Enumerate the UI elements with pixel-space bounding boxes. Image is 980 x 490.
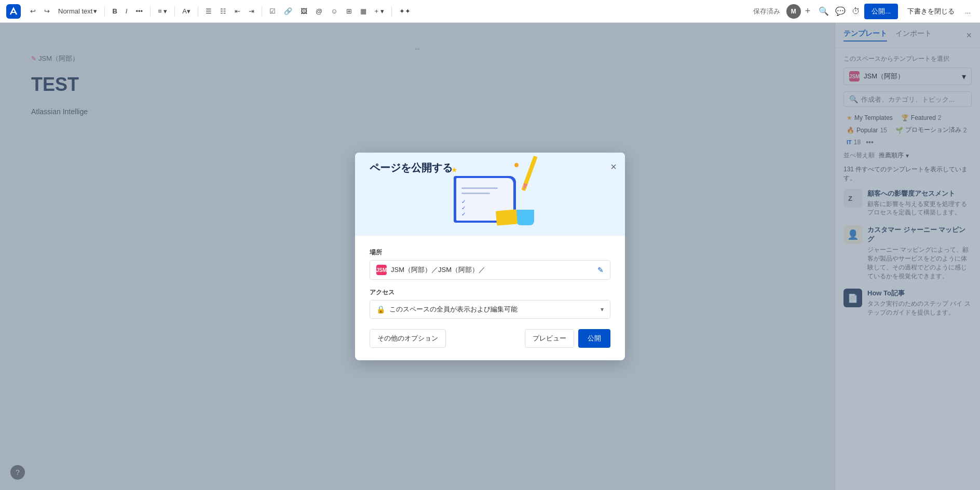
undo-button[interactable]: ↩ (27, 5, 39, 17)
save-status: 保存済み (753, 7, 780, 16)
dialog-close-button[interactable]: × (610, 161, 617, 173)
emoji-button[interactable]: ☺ (328, 5, 341, 17)
comments-button[interactable]: 💬 (833, 4, 848, 18)
text-style-dropdown[interactable]: Normal text ▾ (55, 5, 100, 17)
publish-dialog: ページを公開する × ✓ ✓ ✓ ★ (355, 153, 625, 360)
layout-button[interactable]: ▦ (357, 5, 370, 17)
dialog-footer: その他のオプション プレビュー 公開 (370, 329, 610, 348)
access-inner: 🔒 このスペースの全員が表示および編集可能 (376, 305, 518, 314)
access-label: アクセス (370, 288, 610, 297)
toolbar: ↩ ↪ Normal text ▾ B I ••• ≡ ▾ A▾ ☰ ☷ ⇤ ⇥… (0, 0, 980, 23)
separator-2 (150, 6, 151, 17)
book-check1: ✓ (461, 199, 466, 205)
dialog-body: 場所 JSM JSM（阿部）／JSM（阿部）／ ✎ アクセス 🔒 このスペースの… (355, 236, 625, 360)
italic-button[interactable]: I (122, 5, 131, 17)
notebook (496, 209, 518, 225)
more-actions-button[interactable]: ... (962, 5, 974, 17)
dot-decoration (514, 163, 519, 167)
dialog-overlay: ページを公開する × ✓ ✓ ✓ ★ (0, 23, 980, 490)
book-check2: ✓ (461, 205, 466, 211)
table-button[interactable]: ⊞ (343, 5, 355, 17)
outdent-button[interactable]: ⇤ (232, 5, 243, 17)
location-edit-icon[interactable]: ✎ (597, 266, 604, 274)
book-line1 (461, 187, 498, 189)
bullet-list-button[interactable]: ☰ (202, 5, 215, 17)
more-options-button[interactable]: その他のオプション (370, 329, 446, 348)
checkbox-button[interactable]: ☑ (266, 5, 279, 17)
user-avatar[interactable]: M (786, 4, 801, 19)
more-text-button[interactable]: ••• (132, 5, 146, 17)
separator-6 (391, 6, 392, 17)
indent-button[interactable]: ⇥ (246, 5, 257, 17)
pencil (521, 156, 537, 192)
publish-button[interactable]: 公開... (864, 4, 898, 19)
cup-handle (528, 215, 533, 223)
link-button[interactable]: 🔗 (281, 5, 295, 17)
access-field[interactable]: 🔒 このスペースの全員が表示および編集可能 ▾ (370, 300, 610, 319)
location-inner: JSM JSM（阿部）／JSM（阿部）／ (376, 265, 485, 275)
lock-icon: 🔒 (376, 305, 385, 314)
color-button[interactable]: A▾ (179, 5, 194, 17)
ai-button[interactable]: ✦✦ (396, 5, 414, 17)
separator-4 (198, 6, 198, 17)
location-value: JSM（阿部）／JSM（阿部）／ (391, 265, 485, 275)
history-button[interactable]: ⏱ (850, 5, 862, 18)
app-logo[interactable] (6, 4, 21, 19)
close-draft-button[interactable]: 下書きを閉じる (902, 4, 960, 19)
book-illustration: ✓ ✓ ✓ ★ (443, 160, 537, 228)
image-button[interactable]: 🖼 (297, 5, 310, 17)
star-decoration: ★ (451, 166, 458, 174)
location-label: 場所 (370, 248, 610, 257)
bold-button[interactable]: B (109, 5, 120, 17)
preview-button[interactable]: プレビュー (525, 329, 574, 348)
book-line2 (461, 193, 490, 194)
redo-button[interactable]: ↪ (41, 5, 53, 17)
separator-1 (104, 6, 105, 17)
add-button[interactable]: + (805, 6, 811, 17)
mention-button[interactable]: @ (312, 5, 325, 17)
separator-3 (174, 6, 175, 17)
access-chevron-icon: ▾ (601, 306, 604, 313)
publish-confirm-button[interactable]: 公開 (578, 329, 610, 348)
book-check3: ✓ (461, 211, 466, 217)
dialog-title: ページを公開する (370, 161, 453, 175)
location-field: JSM JSM（阿部）／JSM（阿部）／ ✎ (370, 260, 610, 280)
numbered-list-button[interactable]: ☷ (217, 5, 229, 17)
cup (516, 210, 534, 225)
align-button[interactable]: ≡ ▾ (155, 5, 170, 17)
pencil-tip (521, 183, 527, 191)
svg-rect-0 (6, 4, 21, 19)
location-space-icon: JSM (376, 265, 387, 275)
insert-button[interactable]: + ▾ (372, 5, 387, 17)
dialog-hero: ページを公開する × ✓ ✓ ✓ ★ (355, 153, 625, 236)
access-value: このスペースの全員が表示および編集可能 (389, 305, 518, 314)
separator-5 (262, 6, 262, 17)
dialog-actions: プレビュー 公開 (525, 329, 610, 348)
search-button[interactable]: 🔍 (816, 4, 831, 18)
